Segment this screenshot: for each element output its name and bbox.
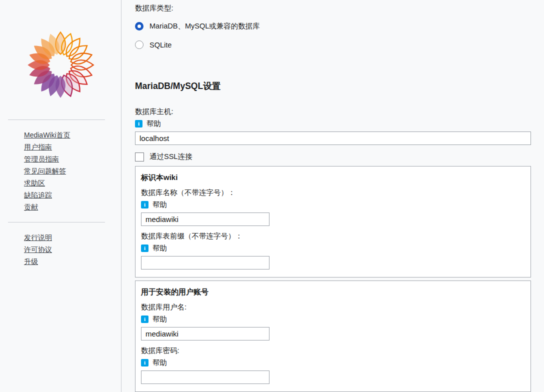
sidebar-divider-bottom: [8, 222, 105, 222]
db-name-help[interactable]: i 帮助: [141, 200, 524, 210]
sidebar-item: 常见问题解答: [24, 165, 121, 177]
sidebar: MediaWiki首页 用户指南 管理员指南 常见问题解答 求助区 缺陷追踪 贡…: [0, 0, 122, 392]
help-link[interactable]: 帮助: [146, 119, 161, 128]
db-type-option-sqlite[interactable]: SQLite: [135, 40, 531, 49]
db-password-input[interactable]: [141, 370, 270, 384]
sidebar-link-contribute[interactable]: 贡献: [24, 203, 38, 211]
sidebar-item: 发行说明: [24, 232, 121, 244]
sidebar-link-bug-tracker[interactable]: 缺陷追踪: [24, 191, 52, 199]
mediawiki-sunflower-logo: [23, 28, 98, 104]
sidebar-item: 管理员指南: [24, 153, 121, 165]
installer-page: MediaWiki首页 用户指南 管理员指南 常见问题解答 求助区 缺陷追踪 贡…: [0, 0, 544, 392]
mysql-settings-heading: MariaDB/MySQL设置: [135, 80, 531, 92]
db-prefix-label: 数据库表前缀（不带连字号）：: [141, 231, 524, 241]
sidebar-link-faq[interactable]: 常见问题解答: [24, 167, 66, 175]
radio-mysql-label: MariaDB、MySQL或兼容的数据库: [150, 22, 260, 31]
info-icon: i: [141, 359, 148, 366]
db-user-label: 数据库用户名:: [141, 302, 524, 312]
help-link[interactable]: 帮助: [152, 314, 167, 324]
sidebar-item: 升级: [24, 256, 121, 268]
sidebar-item: 缺陷追踪: [24, 189, 121, 201]
db-user-help[interactable]: i 帮助: [141, 314, 524, 324]
radio-sqlite-label: SQLite: [150, 41, 172, 49]
db-prefix-help[interactable]: i 帮助: [141, 244, 524, 253]
identify-wiki-box: 标识本wiki 数据库名称（不带连字号）： i 帮助 数据库表前缀（不带连字号）…: [135, 166, 531, 278]
install-account-title: 用于安装的用户账号: [141, 288, 524, 297]
sidebar-link-admin-guide[interactable]: 管理员指南: [24, 155, 59, 163]
ssl-label: 通过SSL连接: [150, 152, 192, 162]
db-type-label: 数据库类型:: [135, 3, 531, 13]
radio-sqlite[interactable]: [135, 40, 144, 49]
db-password-help[interactable]: i 帮助: [141, 358, 524, 368]
radio-mysql[interactable]: [135, 22, 144, 30]
db-host-help[interactable]: i 帮助: [135, 119, 531, 128]
ssl-checkbox[interactable]: [135, 152, 144, 162]
sidebar-item: MediaWiki首页: [24, 129, 121, 141]
sidebar-nav-secondary: 发行说明 许可协议 升级: [0, 232, 121, 268]
db-host-label: 数据库主机:: [135, 106, 531, 116]
sidebar-link-user-guide[interactable]: 用户指南: [24, 143, 52, 151]
sidebar-nav-primary: MediaWiki首页 用户指南 管理员指南 常见问题解答 求助区 缺陷追踪 贡…: [0, 129, 121, 213]
db-name-label: 数据库名称（不带连字号）：: [141, 188, 524, 198]
install-account-box: 用于安装的用户账号 数据库用户名: i 帮助 数据库密码: i 帮助: [135, 280, 531, 392]
info-icon: i: [141, 316, 148, 323]
sidebar-item: 许可协议: [24, 244, 121, 256]
sidebar-item: 贡献: [24, 201, 121, 213]
sidebar-link-upgrade[interactable]: 升级: [24, 258, 38, 266]
db-type-option-mysql[interactable]: MariaDB、MySQL或兼容的数据库: [135, 22, 531, 31]
sidebar-link-help-desk[interactable]: 求助区: [24, 179, 45, 187]
sidebar-link-mediawiki-home[interactable]: MediaWiki首页: [24, 131, 70, 139]
help-link[interactable]: 帮助: [152, 200, 167, 210]
db-user-input[interactable]: [141, 327, 270, 340]
db-name-input[interactable]: [141, 212, 270, 226]
db-prefix-input[interactable]: [141, 256, 270, 270]
help-link[interactable]: 帮助: [152, 358, 167, 368]
help-link[interactable]: 帮助: [152, 244, 167, 253]
db-password-label: 数据库密码:: [141, 346, 524, 356]
sidebar-divider-top: [8, 120, 105, 120]
installer-form: 数据库类型: MariaDB、MySQL或兼容的数据库 SQLite Maria…: [122, 0, 544, 392]
sidebar-item: 用户指南: [24, 141, 121, 153]
sidebar-link-release-notes[interactable]: 发行说明: [24, 234, 52, 242]
sidebar-link-license[interactable]: 许可协议: [24, 246, 52, 254]
info-icon: i: [135, 120, 142, 128]
info-icon: i: [141, 201, 148, 208]
ssl-option[interactable]: 通过SSL连接: [135, 152, 531, 162]
sidebar-item: 求助区: [24, 177, 121, 189]
info-icon: i: [141, 244, 148, 252]
db-host-input[interactable]: [135, 132, 531, 145]
identify-wiki-title: 标识本wiki: [141, 173, 524, 182]
